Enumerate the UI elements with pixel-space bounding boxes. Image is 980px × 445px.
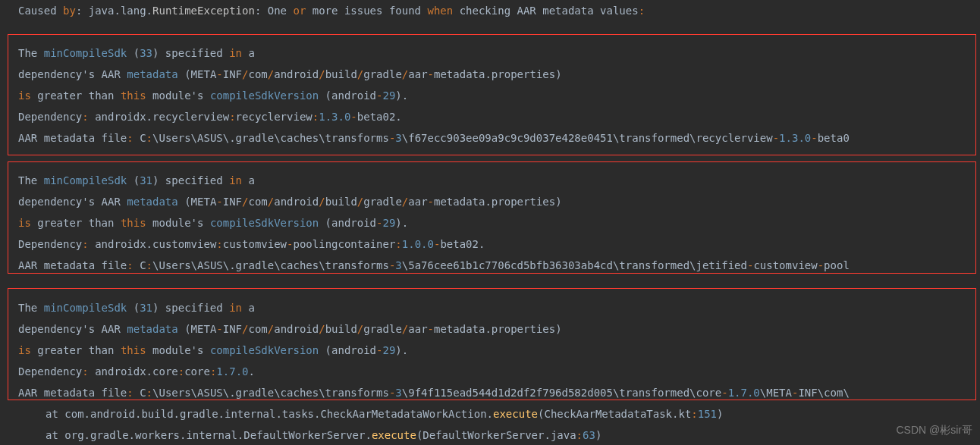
log-line: dependency's AAR metadata (META-INF/com/… bbox=[0, 64, 980, 85]
token: 3 bbox=[395, 259, 401, 271]
token: INF bbox=[223, 196, 242, 208]
token: or bbox=[293, 5, 306, 17]
token: The bbox=[18, 174, 44, 186]
token: recyclerview bbox=[236, 111, 313, 123]
token: : bbox=[229, 111, 235, 123]
token: android bbox=[274, 68, 319, 80]
token: / bbox=[357, 196, 363, 208]
token: 31 bbox=[140, 302, 152, 314]
token: ( bbox=[127, 174, 140, 186]
token: metadata.properties) bbox=[434, 68, 562, 80]
token: - bbox=[428, 68, 434, 80]
log-line bbox=[0, 276, 980, 297]
token: - bbox=[216, 68, 222, 80]
token: : bbox=[146, 132, 152, 144]
token: a bbox=[242, 47, 255, 59]
token: customview bbox=[753, 259, 817, 271]
token: - bbox=[350, 111, 357, 123]
token: 31 bbox=[140, 174, 152, 186]
token: \5a76cee61b1c7706cd5bfb36303ab4cd\transf… bbox=[402, 259, 747, 271]
token: a bbox=[242, 302, 255, 314]
token: - bbox=[428, 196, 434, 208]
token: : bbox=[82, 365, 88, 378]
token: 1.0.0 bbox=[402, 238, 434, 250]
token: / bbox=[268, 68, 274, 80]
token: / bbox=[357, 68, 363, 80]
token: aar bbox=[408, 68, 427, 80]
token: greater than bbox=[31, 89, 121, 102]
token: \f67ecc903ee09a9c9c9d037e428e0451\transf… bbox=[402, 132, 773, 144]
token: is bbox=[18, 217, 31, 229]
token: aar bbox=[408, 196, 427, 208]
token: ). bbox=[395, 89, 408, 102]
token: ) specified bbox=[152, 174, 229, 186]
token: build bbox=[325, 323, 357, 335]
log-line: The minCompileSdk (31) specified in a bbox=[0, 297, 980, 318]
log-line: Dependency: androidx.core:core:1.7.0. bbox=[0, 361, 980, 382]
token: : bbox=[127, 132, 133, 144]
token: in bbox=[229, 47, 242, 59]
log-line: dependency's AAR metadata (META-INF/com/… bbox=[0, 191, 980, 212]
token: metadata bbox=[127, 196, 177, 208]
token: \9f4f115ead544d1d2df2f796d582d005\transf… bbox=[402, 387, 721, 399]
token: at com.android.build.gradle.internal.tas… bbox=[46, 408, 493, 420]
token: build bbox=[325, 196, 357, 208]
token: : bbox=[127, 259, 133, 271]
token: 1.3.0 bbox=[779, 132, 811, 144]
token: dependency's AAR bbox=[18, 68, 127, 80]
token: 29 bbox=[382, 89, 395, 102]
token: minCompileSdk bbox=[44, 302, 127, 314]
token: ) specified bbox=[152, 302, 229, 314]
token: ). bbox=[395, 217, 408, 229]
token: beta0 bbox=[818, 132, 850, 144]
token: Dependency bbox=[18, 111, 82, 123]
log-line: Caused by: java.lang.RuntimeException: O… bbox=[0, 0, 980, 21]
token: RuntimeException bbox=[152, 5, 255, 17]
token: execute bbox=[493, 408, 538, 420]
token: androidx.core bbox=[89, 365, 178, 378]
console-view: Caused by: java.lang.RuntimeException: O… bbox=[0, 0, 980, 445]
token: beta02. bbox=[440, 238, 485, 250]
token: AAR metadata file bbox=[18, 387, 127, 399]
token: 33 bbox=[140, 47, 152, 59]
token: INF bbox=[223, 323, 242, 335]
token: androidx.recyclerview bbox=[89, 111, 229, 123]
token: C bbox=[133, 259, 146, 271]
token: minCompileSdk bbox=[44, 174, 127, 186]
token: at org.gradle.workers.internal.DefaultWo… bbox=[46, 429, 372, 441]
token: aar bbox=[408, 323, 427, 335]
token: Dependency bbox=[18, 365, 82, 378]
token: C bbox=[133, 387, 146, 399]
token: compileSdkVersion bbox=[210, 89, 319, 102]
token: - bbox=[216, 196, 222, 208]
token: : bbox=[146, 259, 152, 271]
token: greater than bbox=[31, 344, 121, 356]
token: Dependency bbox=[18, 238, 82, 250]
token: metadata bbox=[127, 68, 177, 80]
token: module's bbox=[146, 217, 210, 229]
token: : One bbox=[255, 5, 294, 17]
token: - bbox=[818, 259, 824, 271]
token: 1.3.0 bbox=[319, 111, 350, 123]
token: poolingcontainer bbox=[293, 238, 395, 250]
token: compileSdkVersion bbox=[210, 344, 319, 356]
token: 1.7.0 bbox=[216, 365, 248, 378]
token: \Users\ASUS\.gradle\caches\transforms bbox=[152, 387, 389, 399]
token: : bbox=[313, 111, 319, 123]
token: 29 bbox=[382, 217, 395, 229]
token: ). bbox=[395, 344, 408, 356]
token: - bbox=[216, 323, 222, 335]
token: compileSdkVersion bbox=[210, 217, 319, 229]
token: Caused bbox=[18, 5, 63, 17]
token: com bbox=[248, 196, 267, 208]
token: / bbox=[319, 196, 325, 208]
token: execute bbox=[372, 429, 416, 441]
log-line: Dependency: androidx.recyclerview:recycl… bbox=[0, 106, 980, 127]
token: - bbox=[773, 132, 779, 144]
log-line: The minCompileSdk (33) specified in a bbox=[0, 42, 980, 64]
token: module's bbox=[146, 89, 210, 102]
token: androidx.customview bbox=[89, 238, 217, 250]
token: 3 bbox=[395, 387, 401, 399]
token: The bbox=[18, 47, 44, 59]
token: is bbox=[18, 344, 31, 356]
